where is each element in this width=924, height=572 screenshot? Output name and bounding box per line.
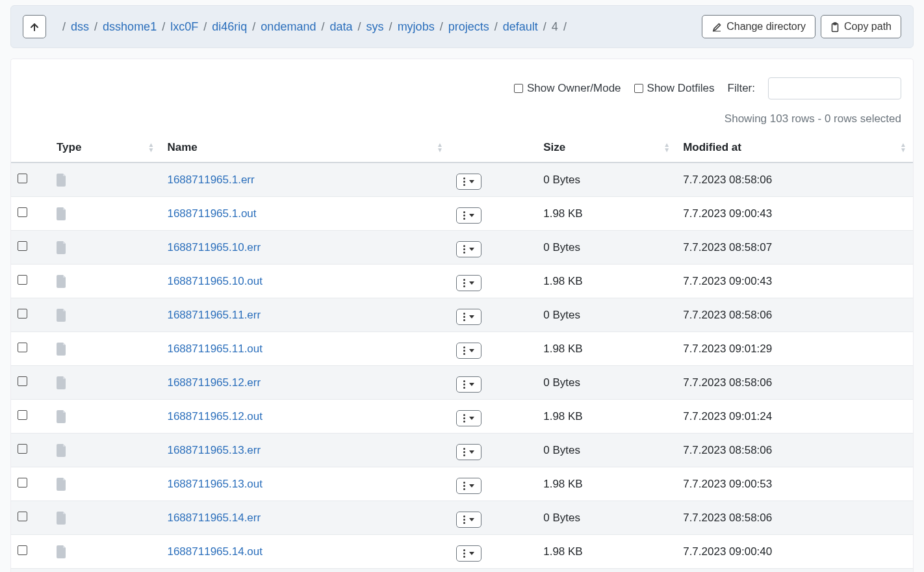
breadcrumb-link[interactable]: ondemand [261,20,316,33]
show-owner-mode-toggle[interactable]: Show Owner/Mode [514,82,621,95]
chevron-down-icon [469,349,474,352]
row-actions-button[interactable] [456,241,481,257]
file-name-link[interactable]: 1688711965.14.err [167,512,261,524]
file-modified: 7.7.2023 08:58:06 [676,366,913,400]
file-name-link[interactable]: 1688711965.1.out [167,207,256,220]
breadcrumb-link[interactable]: projects [448,20,489,33]
vertical-dots-icon [463,245,465,254]
chevron-down-icon [469,518,474,521]
row-checkbox[interactable] [18,275,27,285]
row-checkbox[interactable] [18,343,27,352]
file-name-link[interactable]: 1688711965.14.out [167,545,263,558]
file-name-link[interactable]: 1688711965.10.err [167,241,261,254]
clipboard-icon [830,21,840,32]
row-checkbox[interactable] [18,444,27,454]
breadcrumb: / dss / dsshome1 / lxc0F / di46riq / ond… [60,20,697,34]
row-checkbox[interactable] [18,478,27,488]
file-icon [57,443,67,456]
column-header-name[interactable]: Name ▲▼ [160,133,449,162]
row-checkbox[interactable] [18,174,27,183]
filter-input[interactable] [768,77,901,99]
row-checkbox[interactable] [18,309,27,318]
breadcrumb-link[interactable]: dsshome1 [103,20,157,33]
file-modified: 7.7.2023 09:01:29 [676,332,913,366]
file-modified: 7.7.2023 09:00:40 [676,535,913,569]
chevron-down-icon [469,383,474,386]
file-size: 0 Bytes [537,298,676,332]
file-modified: 7.7.2023 09:01:24 [676,400,913,434]
breadcrumb-bar: / dss / dsshome1 / lxc0F / di46riq / ond… [10,5,914,48]
file-name-link[interactable]: 1688711965.10.out [167,275,263,287]
chevron-down-icon [469,248,474,251]
file-modified: 7.7.2023 08:58:06 [676,434,913,467]
file-icon [57,240,67,253]
row-checkbox[interactable] [18,545,27,555]
table-row: 1688711965.14.err0 Bytes7.7.2023 08:58:0… [11,501,913,535]
file-size: 0 Bytes [537,434,676,467]
vertical-dots-icon [463,313,465,321]
arrow-up-icon [29,20,40,34]
row-checkbox[interactable] [18,376,27,386]
breadcrumb-link[interactable]: default [503,20,538,33]
row-actions-button[interactable] [456,174,481,190]
row-actions-button[interactable] [456,545,481,562]
vertical-dots-icon [463,346,465,355]
row-actions-button[interactable] [456,444,481,460]
file-name-link[interactable]: 1688711965.11.out [167,343,263,355]
row-actions-button[interactable] [456,275,481,291]
row-actions-button[interactable] [456,309,481,325]
row-checkbox[interactable] [18,207,27,217]
vertical-dots-icon [463,515,465,524]
row-checkbox[interactable] [18,241,27,251]
file-name-link[interactable]: 1688711965.13.out [167,478,263,490]
file-icon [57,545,67,557]
breadcrumb-link[interactable]: data [329,20,352,33]
table-row: 1688711965.1.err0 Bytes7.7.2023 08:58:06 [11,162,913,197]
column-header-modified[interactable]: Modified at ▲▼ [676,133,913,162]
change-directory-button[interactable]: Change directory [702,15,815,38]
checkbox-icon [514,84,523,93]
breadcrumb-link[interactable]: lxc0F [170,20,198,33]
chevron-down-icon [469,315,474,318]
row-actions-button[interactable] [456,207,481,224]
file-name-link[interactable]: 1688711965.1.err [167,174,254,186]
breadcrumb-link[interactable]: dss [71,20,89,33]
file-icon [57,376,67,388]
row-actions-button[interactable] [456,376,481,393]
up-directory-button[interactable] [23,15,46,38]
copy-path-button[interactable]: Copy path [821,15,901,38]
file-modified: 7.7.2023 08:58:06 [676,569,913,573]
file-list-panel: Show Owner/Mode Show Dotfiles Filter: Sh… [10,58,914,572]
breadcrumb-link[interactable]: myjobs [398,20,435,33]
file-name-link[interactable]: 1688711965.11.err [167,309,261,321]
table-status-text: Showing 103 rows - 0 rows selected [11,107,913,133]
table-row: 1688711965.15.err0 Bytes7.7.2023 08:58:0… [11,569,913,573]
file-name-link[interactable]: 1688711965.12.out [167,410,263,422]
show-dotfiles-toggle[interactable]: Show Dotfiles [634,82,715,95]
column-header-type[interactable]: Type ▲▼ [50,133,161,162]
file-size: 0 Bytes [537,162,676,197]
file-name-link[interactable]: 1688711965.12.err [167,376,261,389]
row-checkbox[interactable] [18,512,27,521]
row-actions-button[interactable] [456,512,481,528]
row-actions-button[interactable] [456,343,481,359]
table-row: 1688711965.14.out1.98 KB7.7.2023 09:00:4… [11,535,913,569]
chevron-down-icon [469,552,474,555]
toolbar: Show Owner/Mode Show Dotfiles Filter: [11,70,913,107]
breadcrumb-link[interactable]: sys [366,20,384,33]
file-name-link[interactable]: 1688711965.13.err [167,444,261,456]
chevron-down-icon [469,450,474,454]
file-modified: 7.7.2023 08:58:06 [676,162,913,197]
file-modified: 7.7.2023 08:58:06 [676,501,913,535]
column-header-size[interactable]: Size ▲▼ [537,133,676,162]
table-row: 1688711965.12.err0 Bytes7.7.2023 08:58:0… [11,366,913,400]
breadcrumb-link[interactable]: di46riq [212,20,247,33]
file-icon [57,308,67,320]
row-actions-button[interactable] [456,410,481,426]
row-checkbox[interactable] [18,410,27,420]
sort-arrows-icon: ▲▼ [900,142,906,153]
files-table: Type ▲▼ Name ▲▼ Size ▲▼ Modified at ▲▼ 1… [11,133,913,572]
file-size: 1.98 KB [537,467,676,501]
row-actions-button[interactable] [456,478,481,494]
file-icon [57,342,67,354]
